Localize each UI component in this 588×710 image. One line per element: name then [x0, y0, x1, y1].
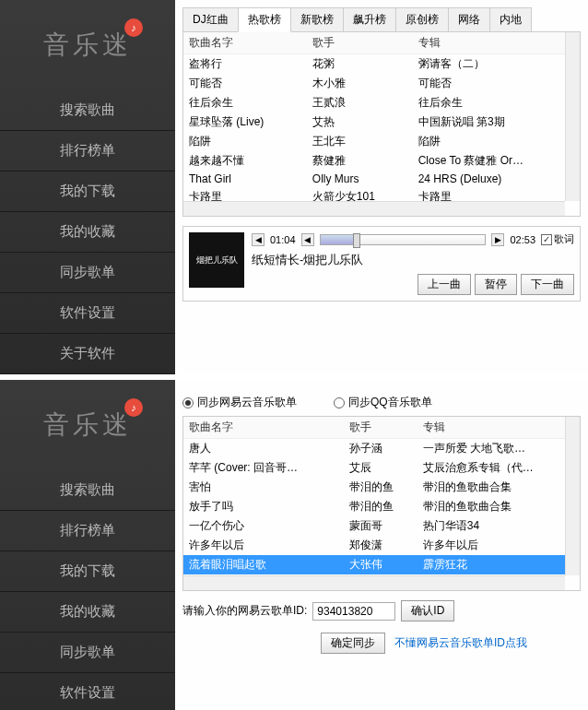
table-row[interactable]: 一亿个伤心蒙面哥热门华语34 — [183, 516, 580, 536]
table-cell: 带泪的鱼 — [344, 478, 417, 497]
track-title: 纸短情长-烟把儿乐队 — [252, 246, 574, 274]
table-cell: 花粥 — [307, 54, 413, 75]
progress-right-icon[interactable]: ▶ — [491, 233, 504, 246]
column-header[interactable]: 歌手 — [344, 417, 417, 439]
progress-left-icon[interactable]: ◀ — [301, 233, 314, 246]
nav-item-4[interactable]: 同步歌单 — [0, 633, 175, 673]
table-cell: 带泪的鱼歌曲合集 — [417, 497, 580, 516]
sync-button[interactable]: 确定同步 — [321, 633, 385, 654]
table-cell: 流着眼泪唱起歌 — [183, 555, 344, 574]
nav-item-1[interactable]: 排行榜单 — [0, 131, 175, 172]
column-header[interactable]: 专辑 — [413, 32, 580, 54]
tab-0[interactable]: DJ红曲 — [182, 7, 239, 31]
logo: ♪ 音乐迷 — [0, 398, 175, 470]
table-cell: 越来越不懂 — [183, 151, 307, 171]
song-table-wrap: 歌曲名字歌手专辑 盗将行花粥粥请客（二）可能否木小雅可能否往后余生王贰浪往后余生… — [182, 32, 581, 217]
prev-button[interactable]: 上一曲 — [417, 274, 471, 295]
table-cell: 往后余生 — [183, 93, 307, 112]
player-controls: ◀ 01:04 ◀ ▶ 02:53 ✓ 歌词 纸短情长-烟把儿乐队 上一曲 — [252, 232, 574, 295]
nav-item-3[interactable]: 我的收藏 — [0, 212, 175, 253]
table-row[interactable]: 往后余生王贰浪往后余生 — [183, 93, 580, 112]
table-cell: 艾热 — [307, 112, 413, 132]
pause-button[interactable]: 暂停 — [475, 274, 517, 295]
checkbox-checked-icon: ✓ — [541, 234, 552, 245]
table-row[interactable]: 放手了吗带泪的鱼带泪的鱼歌曲合集 — [183, 497, 580, 516]
table-cell: 陷阱 — [413, 132, 580, 151]
table-cell: Olly Murs — [307, 171, 413, 187]
table-cell: 带泪的鱼歌曲合集 — [417, 478, 580, 497]
logo-text: 音乐迷 — [43, 30, 132, 59]
next-button[interactable]: 下一曲 — [521, 274, 574, 295]
table-cell: 芊芊 (Cover: 回音哥… — [183, 458, 344, 478]
progress-bar[interactable] — [320, 234, 487, 245]
table-row[interactable]: 可能否木小雅可能否 — [183, 74, 580, 93]
sync-table: 歌曲名字歌手专辑 唐人孙子涵一声所爱 大地飞歌…芊芊 (Cover: 回音哥…艾… — [183, 417, 580, 591]
nav-item-0[interactable]: 搜索歌曲 — [0, 90, 175, 131]
column-header[interactable]: 歌手 — [307, 32, 413, 54]
table-cell: 王北车 — [307, 132, 413, 151]
sync-table-wrap: 歌曲名字歌手专辑 唐人孙子涵一声所爱 大地飞歌…芊芊 (Cover: 回音哥…艾… — [182, 416, 581, 591]
table-cell: 蒙面哥 — [344, 516, 417, 536]
help-link[interactable]: 不懂网易云音乐歌单ID点我 — [394, 635, 527, 651]
table-cell: 蔡健雅 — [307, 151, 413, 171]
table-row[interactable]: That GirlOlly Murs24 HRS (Deluxe) — [183, 171, 580, 187]
nav-item-2[interactable]: 我的下载 — [0, 172, 175, 212]
sync-source-radios: 同步网易云音乐歌单 同步QQ音乐歌单 — [182, 387, 581, 416]
elapsed-time: 01:04 — [270, 234, 296, 245]
table-row[interactable]: 星球坠落 (Live)艾热中国新说唱 第3期 — [183, 112, 580, 132]
tab-4[interactable]: 原创榜 — [395, 7, 449, 31]
nav-item-5[interactable]: 软件设置 — [0, 293, 175, 334]
table-row[interactable]: 盗将行花粥粥请客（二） — [183, 54, 580, 75]
nav-item-4[interactable]: 同步歌单 — [0, 253, 175, 293]
nav-item-6[interactable]: 关于软件 — [0, 334, 175, 374]
seek-back-icon[interactable]: ◀ — [252, 233, 265, 246]
table-row[interactable]: 许多年以后郑俊潇许多年以后 — [183, 536, 580, 555]
nav-item-0[interactable]: 搜索歌曲 — [0, 470, 175, 511]
table-cell: That Girl — [183, 171, 307, 187]
table-row[interactable]: 陷阱王北车陷阱 — [183, 132, 580, 151]
table-cell: 艾辰治愈系专辑（代… — [417, 458, 580, 478]
table-cell: 一亿个伤心 — [183, 516, 344, 536]
tab-3[interactable]: 飙升榜 — [343, 7, 396, 31]
vertical-scrollbar[interactable] — [565, 32, 580, 201]
table-cell: 24 HRS (Deluxe) — [413, 171, 580, 187]
table-row[interactable]: 芊芊 (Cover: 回音哥…艾辰艾辰治愈系专辑（代… — [183, 458, 580, 478]
logo-text: 音乐迷 — [43, 410, 132, 439]
table-row[interactable]: 害怕带泪的鱼带泪的鱼歌曲合集 — [183, 478, 580, 497]
table-cell: 孙子涵 — [344, 439, 417, 459]
nav-item-3[interactable]: 我的收藏 — [0, 592, 175, 633]
tab-bar: DJ红曲热歌榜新歌榜飙升榜原创榜网络内地 — [182, 7, 581, 32]
table-cell: 可能否 — [183, 74, 307, 93]
table-row[interactable]: 越来越不懂蔡健雅Close To 蔡健雅 Or… — [183, 151, 580, 171]
table-row[interactable]: 流着眼泪唱起歌大张伟霹雳狂花 — [183, 555, 580, 574]
table-cell: 盗将行 — [183, 54, 307, 75]
table-cell: 大张伟 — [344, 555, 417, 574]
horizontal-scrollbar[interactable] — [183, 201, 565, 216]
table-cell: 热门华语34 — [417, 516, 580, 536]
horizontal-scrollbar[interactable] — [183, 575, 565, 590]
confirm-id-button[interactable]: 确认ID — [401, 600, 454, 621]
column-header[interactable]: 歌曲名字 — [183, 417, 344, 439]
radio-qq-label: 同步QQ音乐歌单 — [348, 395, 432, 410]
tab-6[interactable]: 内地 — [489, 7, 532, 31]
playlist-id-input[interactable] — [312, 602, 395, 621]
song-table: 歌曲名字歌手专辑 盗将行花粥粥请客（二）可能否木小雅可能否往后余生王贰浪往后余生… — [183, 32, 580, 217]
nav-item-2[interactable]: 我的下载 — [0, 551, 175, 592]
playlist-id-row: 请输入你的网易云歌单ID: 确认ID — [182, 591, 581, 627]
lyric-toggle[interactable]: ✓ 歌词 — [541, 232, 574, 246]
table-cell: 往后余生 — [413, 93, 580, 112]
nav-item-1[interactable]: 排行榜单 — [0, 511, 175, 551]
radio-qq[interactable]: 同步QQ音乐歌单 — [334, 395, 432, 410]
table-cell: 中国新说唱 第3期 — [413, 112, 580, 132]
column-header[interactable]: 歌曲名字 — [183, 32, 307, 54]
radio-checked-icon — [182, 397, 194, 408]
vertical-scrollbar[interactable] — [565, 417, 580, 575]
tab-2[interactable]: 新歌榜 — [290, 7, 344, 31]
tab-5[interactable]: 网络 — [448, 7, 490, 31]
column-header[interactable]: 专辑 — [417, 417, 580, 439]
tab-1[interactable]: 热歌榜 — [238, 7, 291, 32]
nav-item-5[interactable]: 软件设置 — [0, 673, 175, 710]
table-row[interactable]: 唐人孙子涵一声所爱 大地飞歌… — [183, 439, 580, 459]
radio-netease[interactable]: 同步网易云音乐歌单 — [182, 395, 297, 410]
main-panel-sync: 同步网易云音乐歌单 同步QQ音乐歌单 歌曲名字歌手专辑 唐人孙子涵一声所爱 大地… — [175, 380, 588, 710]
